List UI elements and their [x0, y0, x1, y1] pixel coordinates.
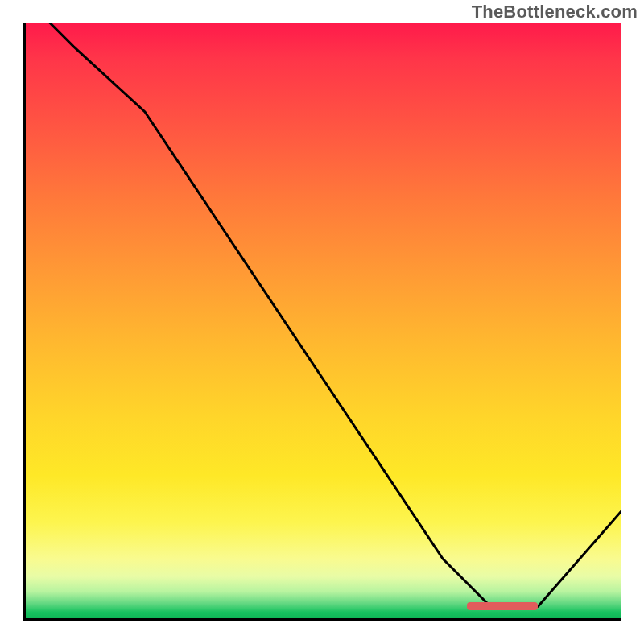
bottleneck-curve — [26, 23, 621, 618]
chart-plot-area — [23, 23, 621, 621]
optimal-marker — [467, 602, 539, 610]
watermark-text: TheBottleneck.com — [472, 2, 638, 23]
curve-path — [26, 23, 621, 606]
